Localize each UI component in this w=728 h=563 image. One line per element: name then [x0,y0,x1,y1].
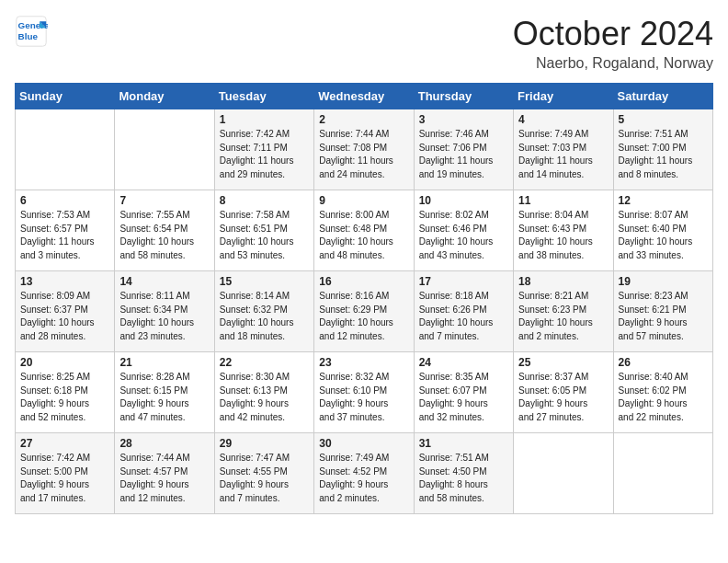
day-detail: Sunrise: 8:40 AMSunset: 6:02 PMDaylight:… [619,371,708,424]
day-detail: Sunrise: 7:44 AMSunset: 4:57 PMDaylight:… [119,452,209,505]
day-detail: Sunrise: 8:18 AMSunset: 6:26 PMDaylight:… [419,290,508,343]
day-number: 8 [220,194,309,207]
day-detail: Sunrise: 8:11 AMSunset: 6:34 PMDaylight:… [119,290,209,343]
day-detail: Sunrise: 7:44 AMSunset: 7:08 PMDaylight:… [319,128,408,181]
day-number: 19 [619,275,708,288]
day-detail: Sunrise: 8:04 AMSunset: 6:43 PMDaylight:… [518,209,608,262]
calendar-cell: 22Sunrise: 8:30 AMSunset: 6:13 PMDayligh… [214,352,313,433]
day-detail: Sunrise: 8:07 AMSunset: 6:40 PMDaylight:… [619,209,708,262]
week-row-3: 20Sunrise: 8:25 AMSunset: 6:18 PMDayligh… [16,352,713,433]
day-detail: Sunrise: 7:47 AMSunset: 4:55 PMDaylight:… [220,452,309,505]
calendar-cell: 11Sunrise: 8:04 AMSunset: 6:43 PMDayligh… [514,190,613,271]
calendar-cell: 23Sunrise: 8:32 AMSunset: 6:10 PMDayligh… [314,352,414,433]
day-detail: Sunrise: 8:00 AMSunset: 6:48 PMDaylight:… [319,209,408,262]
header-monday: Monday [115,84,214,109]
calendar-cell: 21Sunrise: 8:28 AMSunset: 6:15 PMDayligh… [115,352,214,433]
week-row-0: 1Sunrise: 7:42 AMSunset: 7:11 PMDaylight… [16,109,713,190]
day-number: 16 [319,275,408,288]
day-detail: Sunrise: 8:14 AMSunset: 6:32 PMDaylight:… [220,290,309,343]
day-number: 25 [518,356,608,369]
day-number: 14 [119,275,209,288]
calendar-cell: 7Sunrise: 7:55 AMSunset: 6:54 PMDaylight… [115,190,214,271]
day-detail: Sunrise: 7:46 AMSunset: 7:06 PMDaylight:… [419,128,508,181]
calendar-cell: 24Sunrise: 8:35 AMSunset: 6:07 PMDayligh… [414,352,513,433]
day-detail: Sunrise: 8:21 AMSunset: 6:23 PMDaylight:… [518,290,608,343]
calendar-cell: 4Sunrise: 7:49 AMSunset: 7:03 PMDaylight… [514,109,613,190]
day-number: 15 [220,275,309,288]
day-detail: Sunrise: 8:37 AMSunset: 6:05 PMDaylight:… [518,371,608,424]
day-number: 3 [419,113,508,126]
day-number: 1 [220,113,309,126]
day-number: 7 [119,194,209,207]
day-detail: Sunrise: 7:49 AMSunset: 7:03 PMDaylight:… [518,128,608,181]
day-detail: Sunrise: 8:25 AMSunset: 6:18 PMDaylight:… [20,371,109,424]
day-detail: Sunrise: 8:32 AMSunset: 6:10 PMDaylight:… [319,371,408,424]
calendar-cell: 13Sunrise: 8:09 AMSunset: 6:37 PMDayligh… [16,271,115,352]
day-number: 17 [419,275,508,288]
calendar-cell: 10Sunrise: 8:02 AMSunset: 6:46 PMDayligh… [414,190,513,271]
day-number: 21 [119,356,209,369]
calendar-cell: 8Sunrise: 7:58 AMSunset: 6:51 PMDaylight… [214,190,313,271]
calendar-cell: 25Sunrise: 8:37 AMSunset: 6:05 PMDayligh… [514,352,613,433]
day-detail: Sunrise: 7:53 AMSunset: 6:57 PMDaylight:… [20,209,109,262]
calendar-cell [16,109,115,190]
day-detail: Sunrise: 7:55 AMSunset: 6:54 PMDaylight:… [119,209,209,262]
day-detail: Sunrise: 7:49 AMSunset: 4:52 PMDaylight:… [319,452,408,505]
day-number: 11 [518,194,608,207]
day-detail: Sunrise: 7:58 AMSunset: 6:51 PMDaylight:… [220,209,309,262]
day-number: 13 [20,275,109,288]
day-number: 2 [319,113,408,126]
header-thursday: Thursday [414,84,513,109]
day-number: 29 [220,437,309,450]
calendar-cell: 28Sunrise: 7:44 AMSunset: 4:57 PMDayligh… [115,433,214,514]
calendar-cell [115,109,214,190]
day-detail: Sunrise: 7:51 AMSunset: 4:50 PMDaylight:… [419,452,508,505]
day-detail: Sunrise: 8:35 AMSunset: 6:07 PMDaylight:… [419,371,508,424]
logo: General Blue [15,15,48,48]
location-subtitle: Naerbo, Rogaland, Norway [513,55,713,72]
calendar-cell [613,433,712,514]
day-detail: Sunrise: 7:42 AMSunset: 5:00 PMDaylight:… [20,452,109,505]
day-number: 30 [319,437,408,450]
calendar-cell: 3Sunrise: 7:46 AMSunset: 7:06 PMDaylight… [414,109,513,190]
calendar-cell: 9Sunrise: 8:00 AMSunset: 6:48 PMDaylight… [314,190,414,271]
day-number: 22 [220,356,309,369]
calendar-cell: 6Sunrise: 7:53 AMSunset: 6:57 PMDaylight… [16,190,115,271]
day-detail: Sunrise: 7:42 AMSunset: 7:11 PMDaylight:… [220,128,309,181]
day-detail: Sunrise: 8:16 AMSunset: 6:29 PMDaylight:… [319,290,408,343]
logo-icon: General Blue [15,15,48,48]
week-row-2: 13Sunrise: 8:09 AMSunset: 6:37 PMDayligh… [16,271,713,352]
svg-text:Blue: Blue [18,31,39,41]
calendar-cell: 31Sunrise: 7:51 AMSunset: 4:50 PMDayligh… [414,433,513,514]
header-wednesday: Wednesday [314,84,414,109]
header-sunday: Sunday [16,84,115,109]
day-detail: Sunrise: 8:02 AMSunset: 6:46 PMDaylight:… [419,209,508,262]
day-number: 9 [319,194,408,207]
calendar-cell: 14Sunrise: 8:11 AMSunset: 6:34 PMDayligh… [115,271,214,352]
calendar-cell: 26Sunrise: 8:40 AMSunset: 6:02 PMDayligh… [613,352,712,433]
calendar-cell: 1Sunrise: 7:42 AMSunset: 7:11 PMDaylight… [214,109,313,190]
day-number: 26 [619,356,708,369]
day-number: 12 [619,194,708,207]
month-title: October 2024 [513,15,713,53]
header-tuesday: Tuesday [214,84,313,109]
header-friday: Friday [514,84,613,109]
day-number: 6 [20,194,109,207]
day-number: 20 [20,356,109,369]
calendar-cell: 16Sunrise: 8:16 AMSunset: 6:29 PMDayligh… [314,271,414,352]
calendar-cell: 29Sunrise: 7:47 AMSunset: 4:55 PMDayligh… [214,433,313,514]
day-number: 24 [419,356,508,369]
week-row-4: 27Sunrise: 7:42 AMSunset: 5:00 PMDayligh… [16,433,713,514]
calendar-cell: 19Sunrise: 8:23 AMSunset: 6:21 PMDayligh… [613,271,712,352]
calendar-cell: 5Sunrise: 7:51 AMSunset: 7:00 PMDaylight… [613,109,712,190]
day-number: 5 [619,113,708,126]
day-detail: Sunrise: 8:28 AMSunset: 6:15 PMDaylight:… [119,371,209,424]
calendar-cell: 27Sunrise: 7:42 AMSunset: 5:00 PMDayligh… [16,433,115,514]
calendar-cell: 17Sunrise: 8:18 AMSunset: 6:26 PMDayligh… [414,271,513,352]
day-number: 28 [119,437,209,450]
day-detail: Sunrise: 8:30 AMSunset: 6:13 PMDaylight:… [220,371,309,424]
calendar-cell [514,433,613,514]
calendar-cell: 20Sunrise: 8:25 AMSunset: 6:18 PMDayligh… [16,352,115,433]
day-number: 10 [419,194,508,207]
week-row-1: 6Sunrise: 7:53 AMSunset: 6:57 PMDaylight… [16,190,713,271]
